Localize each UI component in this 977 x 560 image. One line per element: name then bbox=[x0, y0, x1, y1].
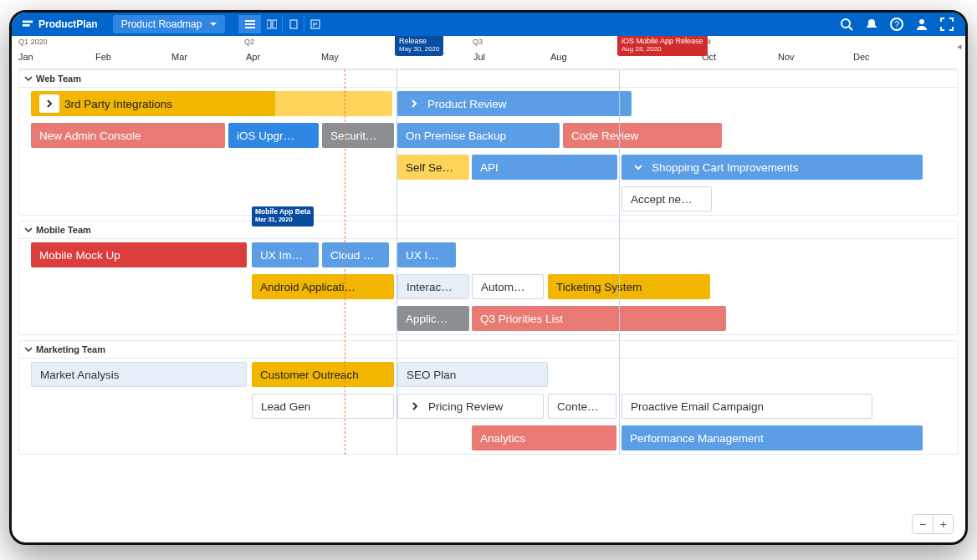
view-toggle-group: P bbox=[238, 15, 325, 33]
bell-icon[interactable] bbox=[865, 18, 878, 31]
month-label: Jul bbox=[473, 52, 485, 62]
user-icon[interactable] bbox=[915, 18, 928, 31]
top-toolbar: ProductPlan Product Roadmap P ? bbox=[12, 13, 965, 36]
roadmap-bar[interactable]: Product Review bbox=[397, 91, 632, 116]
roadmap-bar[interactable]: Conte… bbox=[548, 394, 616, 419]
board-view-button[interactable] bbox=[260, 15, 282, 33]
roadmap-bar[interactable]: Ticketing System bbox=[548, 274, 710, 299]
bar-label: Self Se… bbox=[406, 161, 453, 174]
roadmap-bar[interactable]: UX I… bbox=[397, 242, 456, 267]
bar-label: Analytics bbox=[480, 432, 525, 445]
clipboard-button[interactable] bbox=[282, 15, 304, 33]
milestone-flag[interactable]: ReleaseMay 30, 2020 bbox=[395, 36, 443, 56]
roadmap-bar[interactable]: UX Im… bbox=[252, 242, 319, 267]
bar-label: Shopping Cart Improvements bbox=[652, 161, 799, 174]
roadmap-bar[interactable]: Code Review bbox=[563, 123, 722, 148]
parking-lot-button[interactable]: P bbox=[304, 15, 325, 33]
svg-text:?: ? bbox=[895, 20, 900, 29]
quarter-label: Q3 bbox=[473, 38, 483, 46]
milestone-flag[interactable]: iOS Mobile App ReleaseAug 28, 2020 bbox=[617, 36, 708, 56]
roadmap-bar[interactable]: Pricing Review bbox=[397, 394, 544, 419]
zoom-out-button[interactable]: − bbox=[913, 515, 933, 533]
roadmap-bar[interactable]: Applic… bbox=[397, 306, 469, 331]
fullscreen-icon[interactable] bbox=[940, 18, 954, 31]
help-icon[interactable]: ? bbox=[890, 18, 903, 31]
zoom-control: − + bbox=[912, 514, 954, 534]
chevron-right-icon bbox=[407, 398, 423, 415]
bar-label: Applic… bbox=[406, 313, 448, 325]
bar-label: Lead Gen bbox=[261, 400, 310, 413]
lane-header[interactable]: Mobile TeamMobile App BetaMar 31, 2020 bbox=[18, 221, 959, 239]
svg-rect-6 bbox=[273, 20, 277, 28]
month-label: Feb bbox=[95, 52, 111, 62]
roadmap-selector[interactable]: Product Roadmap bbox=[113, 15, 226, 33]
month-label: Apr bbox=[246, 52, 260, 62]
svg-rect-7 bbox=[290, 20, 297, 28]
roadmap-bar[interactable]: Android Applicati… bbox=[252, 274, 394, 299]
svg-rect-1 bbox=[23, 24, 30, 27]
roadmap-bar[interactable]: Proactive Email Campaign bbox=[621, 394, 872, 419]
svg-rect-4 bbox=[245, 27, 255, 28]
roadmap-bar[interactable]: Performance Management bbox=[621, 425, 923, 451]
lane-row: Lead GenPricing ReviewConte…Proactive Em… bbox=[19, 390, 958, 422]
lane-header[interactable]: Web Team bbox=[18, 69, 959, 88]
bar-label: Market Analysis bbox=[40, 369, 120, 381]
roadmap-bar[interactable]: 3rd Party Integrations bbox=[31, 91, 392, 116]
lane-row: Market AnalysisCustomer OutreachSEO Plan bbox=[19, 359, 958, 390]
month-label: Nov bbox=[778, 52, 795, 62]
quarter-label: Q1 2020 bbox=[18, 38, 48, 46]
lane-title: Marketing Team bbox=[36, 344, 105, 354]
timeline-header: Q1 2020Q2Q3Q4 JanFebMarAprMayJulAugOctNo… bbox=[18, 36, 959, 69]
brand[interactable]: ProductPlan bbox=[12, 18, 108, 30]
bar-label: 3rd Party Integrations bbox=[64, 98, 172, 110]
lane-body: Mobile Mock UpUX Im…Cloud …UX I…Android … bbox=[18, 239, 959, 335]
bar-label: Mobile Mock Up bbox=[39, 249, 120, 262]
roadmap-bar[interactable]: Market Analysis bbox=[31, 362, 247, 387]
lane-row: Applic…Q3 Priorities List bbox=[19, 303, 958, 334]
roadmap-bar[interactable]: Autom… bbox=[472, 274, 544, 299]
roadmap-bar[interactable]: SEO Plan bbox=[397, 362, 548, 387]
roadmap-bar[interactable]: Q3 Priorities List bbox=[472, 306, 726, 331]
lane-row: Mobile Mock UpUX Im…Cloud …UX I… bbox=[19, 239, 958, 271]
chevron-down-icon bbox=[630, 159, 647, 176]
svg-rect-5 bbox=[267, 20, 271, 28]
bar-label: Accept ne… bbox=[631, 193, 693, 206]
lane-row: Accept ne… bbox=[19, 183, 958, 215]
lane-title: Mobile Team bbox=[36, 225, 91, 235]
roadmap-bar[interactable]: Shopping Cart Improvements bbox=[621, 155, 923, 180]
roadmap-bar[interactable]: Lead Gen bbox=[252, 394, 394, 419]
milestone-pill[interactable]: Mobile App BetaMar 31, 2020 bbox=[252, 206, 314, 227]
roadmap-bar[interactable]: Customer Outreach bbox=[252, 362, 394, 387]
month-label: Aug bbox=[550, 52, 567, 62]
roadmap-bar[interactable]: Mobile Mock Up bbox=[31, 242, 247, 267]
roadmap-bar[interactable]: API bbox=[472, 155, 617, 180]
roadmap-bar[interactable]: Cloud … bbox=[322, 242, 389, 267]
roadmap-bar[interactable]: Interac… bbox=[397, 274, 469, 299]
bar-label: UX Im… bbox=[260, 249, 303, 262]
bar-label: Android Applicati… bbox=[260, 281, 356, 293]
svg-point-14 bbox=[919, 19, 924, 24]
search-icon[interactable] bbox=[840, 18, 853, 31]
bar-label: Q3 Priorities List bbox=[480, 313, 563, 325]
roadmap-bar[interactable]: Accept ne… bbox=[621, 186, 712, 211]
bar-label: API bbox=[480, 161, 499, 174]
roadmap-bar[interactable]: Securit… bbox=[322, 123, 394, 148]
lane-row: Android Applicati…Interac…Autom…Ticketin… bbox=[19, 271, 958, 303]
roadmap-bar[interactable]: New Admin Console bbox=[31, 123, 225, 148]
svg-rect-2 bbox=[245, 20, 255, 22]
svg-line-11 bbox=[849, 27, 852, 30]
roadmap-bar[interactable]: On Premise Backup bbox=[397, 123, 560, 148]
zoom-in-button[interactable]: + bbox=[933, 515, 953, 533]
top-right-icons: ? bbox=[840, 18, 965, 31]
roadmap-bar[interactable]: iOS Upgr… bbox=[228, 123, 319, 148]
bar-label: iOS Upgr… bbox=[237, 130, 294, 142]
roadmap-bar[interactable]: Analytics bbox=[472, 425, 616, 451]
month-label: Jan bbox=[18, 52, 33, 62]
bar-label: Performance Management bbox=[630, 432, 764, 445]
list-view-button[interactable] bbox=[238, 15, 260, 33]
bar-label: UX I… bbox=[406, 249, 439, 262]
lane-header[interactable]: Marketing Team bbox=[18, 340, 959, 359]
brand-label: ProductPlan bbox=[38, 18, 98, 30]
roadmap-bar[interactable]: Self Se… bbox=[397, 155, 469, 180]
chevron-down-icon bbox=[24, 74, 33, 83]
